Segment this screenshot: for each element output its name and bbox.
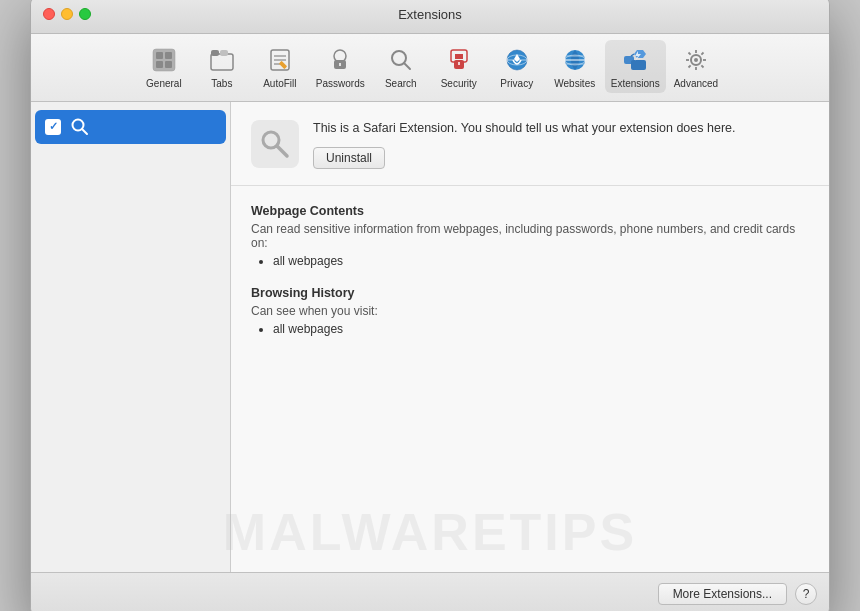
webpage-contents-title: Webpage Contents [251,204,809,218]
svg-rect-7 [220,50,228,56]
extensions-icon [619,44,651,76]
svg-rect-12 [279,60,287,68]
toolbar-item-general[interactable]: General [136,40,192,93]
browsing-history-title: Browsing History [251,286,809,300]
close-button[interactable] [43,8,55,20]
svg-line-17 [404,63,410,69]
permissions-section: Webpage Contents Can read sensitive info… [231,186,829,572]
svg-rect-6 [211,50,219,56]
footer: More Extensions... ? [31,572,829,612]
toolbar-item-search[interactable]: Search [373,40,429,93]
extension-description-area: This is a Safari Extension. You should t… [313,120,809,170]
advanced-icon [680,44,712,76]
toolbar-autofill-label: AutoFill [263,78,296,89]
extension-checkbox[interactable]: ✓ [45,119,61,135]
svg-line-43 [82,129,87,134]
browsing-history-desc: Can see when you visit: [251,304,809,318]
security-icon [443,44,475,76]
toolbar-passwords-label: Passwords [316,78,365,89]
help-button[interactable]: ? [795,583,817,605]
traffic-lights [43,8,91,20]
window-title: Extensions [398,7,462,22]
more-extensions-button[interactable]: More Extensions... [658,583,787,605]
websites-icon [559,44,591,76]
webpage-contents-section: Webpage Contents Can read sensitive info… [251,204,809,268]
minimize-button[interactable] [61,8,73,20]
sidebar-item-search-ext[interactable]: ✓ [35,110,226,144]
title-bar: Extensions [31,0,829,34]
general-icon [148,44,180,76]
toolbar-privacy-label: Privacy [500,78,533,89]
tabs-icon [206,44,238,76]
extension-search-icon [69,116,91,138]
content-area: ✓ T [31,102,829,572]
toolbar-item-passwords[interactable]: Passwords [310,40,371,93]
extension-details-panel: This is a Safari Extension. You should t… [231,102,829,572]
svg-rect-21 [455,54,463,59]
checkmark-icon: ✓ [49,120,58,133]
toolbar-websites-label: Websites [554,78,595,89]
extension-icon [251,120,299,168]
uninstall-button[interactable]: Uninstall [313,147,385,169]
privacy-icon [501,44,533,76]
svg-rect-4 [165,61,172,68]
toolbar-tabs-label: Tabs [211,78,232,89]
toolbar: General Tabs [31,34,829,102]
passwords-icon [324,44,356,76]
search-toolbar-icon [385,44,417,76]
toolbar-item-autofill[interactable]: AutoFill [252,40,308,93]
svg-rect-1 [156,52,163,59]
webpage-contents-item: all webpages [273,254,809,268]
extensions-sidebar: ✓ [31,102,231,572]
toolbar-item-tabs[interactable]: Tabs [194,40,250,93]
extension-description-text: This is a Safari Extension. You should t… [313,120,809,138]
webpage-contents-list: all webpages [251,254,809,268]
autofill-icon [264,44,296,76]
browsing-history-section: Browsing History Can see when you visit:… [251,286,809,336]
browsing-history-item: all webpages [273,322,809,336]
extension-info-section: This is a Safari Extension. You should t… [231,102,829,187]
svg-rect-5 [211,54,233,70]
toolbar-item-websites[interactable]: Websites [547,40,603,93]
toolbar-search-label: Search [385,78,417,89]
svg-rect-3 [156,61,163,68]
toolbar-general-label: General [146,78,182,89]
webpage-contents-desc: Can read sensitive information from webp… [251,222,809,250]
toolbar-item-extensions[interactable]: Extensions [605,40,666,93]
svg-line-45 [277,146,287,156]
toolbar-item-security[interactable]: Security [431,40,487,93]
svg-line-40 [701,52,703,54]
svg-rect-31 [631,60,646,70]
svg-point-33 [694,58,698,62]
maximize-button[interactable] [79,8,91,20]
safari-preferences-window: Extensions General [30,0,830,611]
svg-rect-2 [165,52,172,59]
toolbar-item-advanced[interactable]: Advanced [668,40,724,93]
toolbar-security-label: Security [441,78,477,89]
svg-line-39 [701,65,703,67]
svg-line-41 [688,65,690,67]
toolbar-extensions-label: Extensions [611,78,660,89]
toolbar-advanced-label: Advanced [674,78,718,89]
toolbar-item-privacy[interactable]: Privacy [489,40,545,93]
browsing-history-list: all webpages [251,322,809,336]
svg-line-38 [688,52,690,54]
